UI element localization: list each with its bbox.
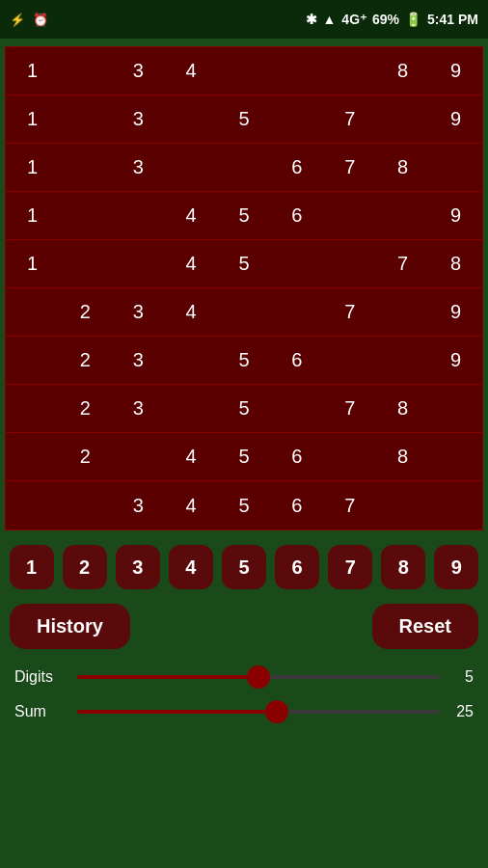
grid-cell[interactable]: 9 <box>429 337 482 384</box>
grid-cell[interactable] <box>270 385 323 432</box>
grid-cell[interactable]: 7 <box>323 288 376 336</box>
grid-cell[interactable] <box>6 385 59 432</box>
grid-cell[interactable]: 3 <box>112 481 165 529</box>
grid-cell[interactable] <box>376 481 429 529</box>
grid-cell[interactable]: 4 <box>165 288 218 336</box>
grid-cell[interactable]: 3 <box>112 337 165 384</box>
grid-cell[interactable]: 8 <box>376 433 429 480</box>
grid-cell[interactable]: 3 <box>112 288 165 336</box>
grid-cell[interactable] <box>6 433 59 480</box>
grid-cell[interactable] <box>112 192 165 239</box>
grid-cell[interactable]: 6 <box>270 433 323 480</box>
grid-cell[interactable] <box>270 240 323 287</box>
sum-slider-thumb[interactable] <box>265 700 288 723</box>
reset-button[interactable]: Reset <box>372 604 478 649</box>
grid-cell[interactable]: 2 <box>59 288 112 336</box>
history-button[interactable]: History <box>10 604 130 649</box>
grid-cell[interactable]: 4 <box>165 47 218 95</box>
grid-cell[interactable]: 6 <box>270 481 323 529</box>
grid-cell[interactable] <box>59 95 112 143</box>
grid-cell[interactable] <box>6 288 59 336</box>
number-button-1[interactable]: 1 <box>10 545 54 589</box>
grid-cell[interactable]: 5 <box>218 481 271 529</box>
grid-cell[interactable] <box>59 47 112 95</box>
grid-cell[interactable]: 3 <box>112 144 165 191</box>
grid-cell[interactable]: 4 <box>165 481 218 529</box>
grid-cell[interactable] <box>6 337 59 384</box>
grid-cell[interactable] <box>270 288 323 336</box>
grid-cell[interactable]: 2 <box>59 433 112 480</box>
grid-cell[interactable]: 3 <box>112 47 165 95</box>
grid-cell[interactable] <box>429 433 482 480</box>
grid-cell[interactable] <box>112 433 165 480</box>
number-button-3[interactable]: 3 <box>116 545 160 589</box>
grid-cell[interactable] <box>376 192 429 239</box>
grid-cell[interactable]: 9 <box>429 47 482 95</box>
grid-cell[interactable] <box>165 385 218 432</box>
grid-cell[interactable]: 6 <box>270 337 323 384</box>
grid-cell[interactable]: 7 <box>323 481 376 529</box>
grid-cell[interactable]: 1 <box>6 240 59 287</box>
grid-cell[interactable] <box>165 144 218 191</box>
grid-cell[interactable] <box>6 481 59 529</box>
grid-cell[interactable]: 8 <box>376 385 429 432</box>
number-button-4[interactable]: 4 <box>169 545 213 589</box>
sum-slider-track[interactable] <box>77 710 440 714</box>
digits-slider-thumb[interactable] <box>247 665 270 689</box>
digits-slider-track[interactable] <box>77 675 440 679</box>
grid-cell[interactable]: 5 <box>218 192 271 239</box>
grid-cell[interactable] <box>323 240 376 287</box>
grid-cell[interactable]: 7 <box>323 144 376 191</box>
grid-cell[interactable] <box>218 288 271 336</box>
grid-cell[interactable] <box>323 433 376 480</box>
grid-cell[interactable]: 5 <box>218 337 271 384</box>
grid-cell[interactable] <box>218 144 271 191</box>
grid-cell[interactable] <box>59 144 112 191</box>
grid-cell[interactable] <box>429 144 482 191</box>
number-button-6[interactable]: 6 <box>275 545 319 589</box>
grid-cell[interactable]: 4 <box>165 240 218 287</box>
grid-cell[interactable]: 9 <box>429 192 482 239</box>
grid-cell[interactable]: 5 <box>218 433 271 480</box>
grid-cell[interactable] <box>59 192 112 239</box>
grid-cell[interactable] <box>323 337 376 384</box>
grid-cell[interactable]: 9 <box>429 288 482 336</box>
grid-cell[interactable]: 8 <box>376 144 429 191</box>
grid-cell[interactable] <box>429 481 482 529</box>
grid-cell[interactable]: 4 <box>165 433 218 480</box>
grid-cell[interactable]: 1 <box>6 47 59 95</box>
number-button-7[interactable]: 7 <box>328 545 372 589</box>
grid-cell[interactable]: 5 <box>218 240 271 287</box>
grid-cell[interactable]: 7 <box>323 385 376 432</box>
grid-cell[interactable] <box>376 337 429 384</box>
grid-cell[interactable] <box>376 95 429 143</box>
grid-cell[interactable]: 3 <box>112 385 165 432</box>
grid-cell[interactable]: 3 <box>112 95 165 143</box>
grid-cell[interactable]: 1 <box>6 144 59 191</box>
grid-cell[interactable]: 1 <box>6 192 59 239</box>
grid-cell[interactable] <box>376 288 429 336</box>
grid-cell[interactable]: 8 <box>376 47 429 95</box>
number-button-8[interactable]: 8 <box>381 545 425 589</box>
grid-cell[interactable] <box>218 47 271 95</box>
grid-cell[interactable]: 6 <box>270 144 323 191</box>
grid-cell[interactable] <box>112 240 165 287</box>
grid-cell[interactable] <box>165 337 218 384</box>
grid-cell[interactable] <box>59 481 112 529</box>
grid-cell[interactable]: 9 <box>429 95 482 143</box>
grid-cell[interactable]: 8 <box>429 240 482 287</box>
grid-cell[interactable]: 5 <box>218 95 271 143</box>
grid-cell[interactable] <box>429 385 482 432</box>
grid-cell[interactable] <box>59 240 112 287</box>
grid-cell[interactable]: 4 <box>165 192 218 239</box>
number-button-2[interactable]: 2 <box>63 545 107 589</box>
grid-cell[interactable]: 2 <box>59 337 112 384</box>
grid-cell[interactable]: 6 <box>270 192 323 239</box>
grid-cell[interactable] <box>165 95 218 143</box>
grid-cell[interactable] <box>323 192 376 239</box>
grid-cell[interactable]: 2 <box>59 385 112 432</box>
grid-cell[interactable] <box>323 47 376 95</box>
number-button-5[interactable]: 5 <box>222 545 266 589</box>
grid-cell[interactable]: 1 <box>6 95 59 143</box>
grid-cell[interactable]: 7 <box>376 240 429 287</box>
